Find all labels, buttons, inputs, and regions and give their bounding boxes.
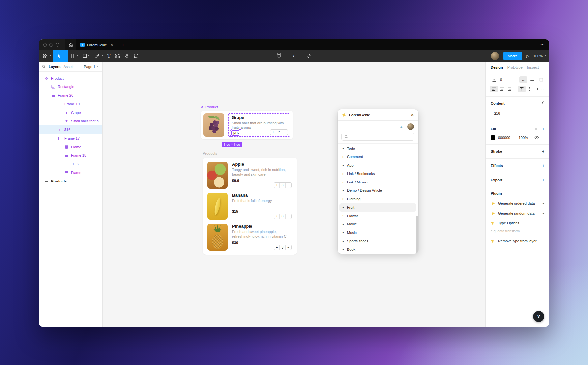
category-music[interactable]: ▸Music <box>339 228 416 237</box>
category-todo[interactable]: ▸Todo <box>339 144 416 153</box>
close-window-button[interactable] <box>43 43 47 47</box>
caret-right-icon[interactable]: ▸ <box>343 181 344 183</box>
more-options-button[interactable]: ⋯ <box>541 87 545 91</box>
caret-right-icon[interactable]: ▸ <box>343 197 344 200</box>
category-demo-design-article[interactable]: ▸Demo / Design Article <box>339 186 416 195</box>
category-app[interactable]: ▸App <box>339 161 416 170</box>
caret-right-icon[interactable]: ▸ <box>343 248 344 251</box>
caret-right-icon[interactable]: ▸ <box>343 164 344 167</box>
move-tool-button[interactable] <box>53 50 68 62</box>
product-item-apple[interactable]: Apple Tangy and sweet, rich in nutrition… <box>207 162 292 189</box>
category-link-bookmarks[interactable]: ▸Link / Bookmarks <box>339 170 416 178</box>
caret-right-icon[interactable]: ▸ <box>343 214 344 217</box>
category-sports-shoes[interactable]: ▸Sports shoes <box>339 237 416 246</box>
caret-right-icon[interactable]: ▸ <box>343 155 344 158</box>
layer-row-frame[interactable]: Frame <box>39 143 102 151</box>
align-bottom-icon[interactable] <box>533 86 541 92</box>
category-link-menus[interactable]: ▸Link / Menus <box>339 178 416 186</box>
vertical-spacing-icon[interactable] <box>490 76 498 83</box>
help-button[interactable]: ? <box>533 311 544 322</box>
minimize-window-button[interactable] <box>49 43 53 47</box>
share-button[interactable]: Share <box>503 52 522 60</box>
add-button[interactable]: + <box>400 124 403 130</box>
page-selector[interactable]: Page 1 <box>84 65 99 69</box>
category-book[interactable]: ▸Book <box>339 245 416 254</box>
spacing-value[interactable]: 0 <box>500 78 502 82</box>
product-item-pineapple[interactable]: Pineapple Fresh and sweet pineapple, ref… <box>207 224 292 251</box>
category-comment[interactable]: ▸Comment <box>339 153 416 161</box>
apply-content-icon[interactable] <box>540 101 544 105</box>
caret-right-icon[interactable]: ▸ <box>343 231 344 234</box>
scrollbar-thumb[interactable] <box>416 216 418 254</box>
products-section[interactable]: Products Apple Tangy and sweet, rich in … <box>203 151 297 255</box>
selection-handle[interactable] <box>239 135 241 137</box>
product-component[interactable]: ❖ Product Grape Small balls that are bur… <box>201 105 293 139</box>
align-middle-icon[interactable] <box>526 86 534 92</box>
product-item-banana[interactable]: Banana Fruit that is full of energy $15 … <box>207 193 292 220</box>
add-effect-button[interactable]: + <box>542 163 544 168</box>
plugin-action-remove-type[interactable]: Remove type from layer − <box>491 239 544 243</box>
grape-image[interactable] <box>203 113 224 137</box>
remove-action-button[interactable]: − <box>543 239 544 243</box>
layer-row-frame17[interactable]: Frame 17 <box>39 134 102 143</box>
zoom-menu[interactable]: 100% <box>533 54 546 58</box>
layer-row-2[interactable]: T2 <box>39 160 102 168</box>
remove-action-button[interactable]: − <box>543 221 544 225</box>
plugin-user-avatar[interactable] <box>407 123 414 130</box>
canvas[interactable]: ❖ Product Grape Small balls that are bur… <box>103 62 485 327</box>
remove-action-button[interactable]: − <box>543 211 544 215</box>
distribute-lines-icon[interactable] <box>528 76 536 83</box>
caret-right-icon[interactable]: ▸ <box>343 172 344 175</box>
selection-handle[interactable] <box>230 135 232 137</box>
tab-layers[interactable]: Layers <box>49 65 60 69</box>
plugin-action-generate-ordered[interactable]: Generate ordered data − <box>491 201 544 205</box>
remove-action-button[interactable]: − <box>543 201 544 205</box>
grape-card[interactable]: Grape Small balls that are bursting with… <box>201 111 293 139</box>
plugin-action-type-options[interactable]: Type Options − <box>491 221 544 225</box>
add-export-button[interactable]: + <box>542 177 544 182</box>
add-stroke-button[interactable]: + <box>542 149 544 154</box>
content-value-input[interactable]: $16 <box>491 109 544 117</box>
layer-row-frame-2[interactable]: Frame <box>39 168 102 177</box>
edit-object-button[interactable] <box>274 50 284 62</box>
layer-row-grape[interactable]: TGrape <box>39 108 102 117</box>
visibility-eye-icon[interactable] <box>534 136 539 139</box>
text-align-center-icon[interactable] <box>498 86 506 92</box>
selected-price-text[interactable]: $16 <box>232 131 240 135</box>
close-icon[interactable]: ✕ <box>411 113 414 117</box>
plugin-search-input[interactable] <box>341 133 414 141</box>
layer-row-frame20[interactable]: Frame 20 <box>39 91 102 100</box>
caret-right-icon[interactable]: ▸ <box>343 189 344 192</box>
comment-tool-button[interactable] <box>132 50 141 62</box>
layer-row-frame18[interactable]: Frame 18 <box>39 151 102 160</box>
window-more-menu[interactable]: ••• <box>540 39 545 50</box>
products-card[interactable]: Apple Tangy and sweet, rich in nutrition… <box>203 158 297 255</box>
plugin-dialog-header[interactable]: LoremGenie ✕ <box>338 109 418 121</box>
align-top-icon[interactable] <box>518 86 526 92</box>
mask-contrast-button[interactable]: ◐ <box>290 50 298 62</box>
fill-opacity-value[interactable]: 100% <box>519 136 528 140</box>
maximize-window-button[interactable] <box>56 43 59 47</box>
shape-tool-button[interactable] <box>80 50 93 62</box>
text-align-left-icon[interactable] <box>490 86 498 92</box>
main-menu-button[interactable] <box>41 50 53 62</box>
tab-loremgenie[interactable]: ◈ LoremGenie ✕ <box>76 39 117 50</box>
category-movie[interactable]: ▸Movie <box>339 220 416 229</box>
frame-tool-button[interactable] <box>68 50 80 62</box>
styles-grid-icon[interactable] <box>534 127 538 131</box>
tab-assets[interactable]: Assets <box>63 65 74 69</box>
tab-inspect[interactable]: Inspect <box>527 65 539 69</box>
home-tab-button[interactable] <box>65 39 76 50</box>
pen-tool-button[interactable] <box>93 50 105 62</box>
frame-outline-icon[interactable] <box>537 76 545 83</box>
layer-row-price-selected[interactable]: T$16 <box>39 125 102 134</box>
layer-row-products[interactable]: Products <box>39 177 102 185</box>
text-align-right-icon[interactable] <box>506 86 514 92</box>
selection-handle[interactable] <box>230 129 232 131</box>
tab-prototype[interactable]: Prototype <box>507 65 523 69</box>
fill-hex-value[interactable]: 000000 <box>498 136 510 140</box>
text-tool-button[interactable]: T <box>105 50 113 62</box>
layer-row-product[interactable]: ❖Product <box>39 74 102 83</box>
category-flower[interactable]: ▸Flower <box>339 212 416 220</box>
add-fill-button[interactable]: + <box>542 126 544 132</box>
